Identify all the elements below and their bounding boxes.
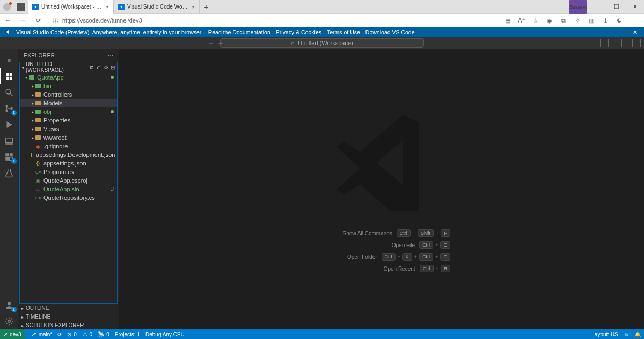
tree-node-label: appsettings.json <box>43 160 86 167</box>
file-node[interactable]: appsettings.Development.json <box>20 150 117 159</box>
refresh-explorer-icon[interactable]: ⟳ <box>104 64 108 70</box>
close-window-button[interactable]: ✕ <box>626 0 644 14</box>
sync-indicator[interactable]: ⟳ <box>57 331 62 337</box>
toggle-right-panel-icon[interactable] <box>621 39 630 47</box>
source-control-activity-icon[interactable]: 1 <box>0 100 18 117</box>
tree-node-label: bin <box>43 83 52 89</box>
explorer-more-icon[interactable]: ⋯ <box>108 53 114 59</box>
file-node[interactable]: QuoteApp.slnU <box>20 185 117 193</box>
apps-icon[interactable]: ▥ <box>587 17 596 24</box>
file-node[interactable]: QuoteRepository.cs <box>20 193 117 202</box>
more-icon[interactable]: ⋯ <box>629 17 638 24</box>
browser-tab-1[interactable]: Untitled (Workspace) - Visual St… × <box>28 0 114 14</box>
key-badge: Ctrl <box>420 265 434 272</box>
text-size-icon[interactable]: A⁺ <box>517 17 526 24</box>
debug-target[interactable]: Debug Any CPU <box>145 331 185 337</box>
run-debug-activity-icon[interactable] <box>0 117 18 133</box>
favorite-icon[interactable]: ☆ <box>531 17 540 24</box>
nav-forward-icon[interactable]: → <box>217 40 223 46</box>
file-node[interactable]: Program.cs <box>20 168 117 176</box>
folder-node[interactable]: ▸Controllers <box>20 90 117 99</box>
sln-icon <box>35 186 41 192</box>
toggle-bottom-panel-icon[interactable] <box>611 39 619 47</box>
folder-node[interactable]: ▸Properties <box>20 116 117 125</box>
folder-node[interactable]: ▸obj <box>20 107 117 116</box>
accounts-icon[interactable]: 1 <box>0 297 18 313</box>
profile-icon[interactable]: ☯ <box>615 17 624 24</box>
svg-line-1 <box>10 93 13 96</box>
tree-node-label: Program.cs <box>43 169 74 175</box>
reader-icon[interactable]: ▤ <box>503 17 512 24</box>
menu-icon[interactable]: ≡ <box>0 52 18 68</box>
downloads-icon[interactable]: ⤓ <box>601 17 610 24</box>
folder-node[interactable]: ▸wwwroot <box>20 133 117 142</box>
sync-icon[interactable]: ◉ <box>545 17 554 24</box>
banner-link[interactable]: Privacy & Cookies <box>276 29 321 35</box>
folder-node[interactable]: ▸Models <box>20 99 117 107</box>
minimize-window-button[interactable]: — <box>589 0 608 14</box>
workspace-header[interactable]: UNTITLED (WORKSPACE) 🗎 🗀 ⟳ ⊟ <box>20 62 117 72</box>
site-info-icon[interactable]: ⓘ <box>52 17 59 25</box>
notifications-icon[interactable]: 🔔 <box>634 331 641 337</box>
layout-indicator[interactable]: Layout: US <box>591 331 618 337</box>
file-node[interactable]: QuoteApp.csproj <box>20 176 117 185</box>
close-tab-icon[interactable]: × <box>106 4 109 10</box>
banner-link[interactable]: Read the Documentation <box>208 29 270 35</box>
solution-explorer-panel-header[interactable]: SOLUTION EXPLORER <box>18 321 119 329</box>
tree-node-label: Models <box>43 100 62 106</box>
tree-node-label: obj <box>43 109 52 115</box>
banner-text: Visual Studio Code (Preview). Anywhere, … <box>16 29 203 35</box>
settings-gear-icon[interactable] <box>0 313 18 329</box>
banner-close-icon[interactable]: ✕ <box>631 29 640 35</box>
projects-indicator[interactable]: Projects: 1 <box>115 331 140 337</box>
new-folder-icon[interactable]: 🗀 <box>97 64 102 70</box>
testing-activity-icon[interactable] <box>0 165 18 181</box>
close-tab-icon[interactable]: × <box>192 4 195 10</box>
tree-node-label: QuoteRepository.cs <box>43 194 95 201</box>
customize-layout-icon[interactable] <box>632 39 641 47</box>
remote-indicator[interactable]: ⤢dev3 <box>0 329 25 339</box>
explorer-header: EXPLORER ⋯ <box>18 49 119 62</box>
profile-avatar-icon[interactable] <box>3 3 11 11</box>
refresh-button[interactable]: ⟳ <box>33 17 43 24</box>
key-badge: K <box>402 253 412 261</box>
session-badge[interactable]: Session <box>569 0 587 14</box>
remote-explorer-activity-icon[interactable] <box>0 133 18 149</box>
toggle-left-panel-icon[interactable] <box>600 39 609 47</box>
tree-node-label: Views <box>43 126 59 132</box>
feedback-icon[interactable]: ☺ <box>624 331 629 337</box>
folder-node[interactable]: ▾QuoteApp <box>20 73 117 82</box>
plus-separator: + <box>414 254 417 259</box>
tree-node-label: Properties <box>43 117 70 124</box>
key-badge: Ctrl <box>419 241 433 249</box>
collections-icon[interactable]: ⧉ <box>559 17 568 24</box>
banner-link[interactable]: Download VS Code <box>365 29 415 35</box>
banner-link[interactable]: Terms of Use <box>327 29 360 35</box>
address-bar[interactable]: ⓘ https://vscode.dev/tunnel/dev3 <box>48 17 498 25</box>
explorer-activity-icon[interactable] <box>0 68 18 84</box>
browser-tab-2[interactable]: Visual Studio Code Workspace T… × <box>114 0 200 14</box>
collapse-all-icon[interactable]: ⊟ <box>111 64 115 70</box>
nav-back-icon[interactable]: ← <box>208 40 214 46</box>
extensions-activity-icon[interactable]: 1 <box>0 149 18 165</box>
folder-node[interactable]: ▸bin <box>20 82 117 90</box>
file-node[interactable]: .gitignore <box>20 142 117 150</box>
folder-node[interactable]: ▸Views <box>20 125 117 133</box>
svg-rect-9 <box>5 157 9 161</box>
back-button[interactable]: ← <box>3 17 13 24</box>
app-menu-icon[interactable] <box>17 3 25 11</box>
maximize-window-button[interactable]: ☐ <box>608 0 626 14</box>
search-activity-icon[interactable] <box>0 84 18 100</box>
problems-indicator[interactable]: ⊘0 ⚠0 <box>67 331 92 337</box>
timeline-panel-header[interactable]: TIMELINE <box>18 312 119 321</box>
extensions-browser-icon[interactable]: ✧ <box>573 17 582 24</box>
sidebar-footer: OUTLINE TIMELINE SOLUTION EXPLORER <box>18 304 119 329</box>
outline-panel-header[interactable]: OUTLINE <box>18 304 119 312</box>
twisty-icon: ▸ <box>31 127 35 132</box>
file-node[interactable]: appsettings.json <box>20 159 117 168</box>
branch-indicator[interactable]: ⎇main* <box>30 331 53 337</box>
command-center[interactable]: ⌕ Untitled (Workspace) <box>220 38 424 48</box>
new-file-icon[interactable]: 🗎 <box>89 64 94 70</box>
new-tab-button[interactable]: + <box>200 3 213 11</box>
ports-indicator[interactable]: 📡0 <box>98 331 109 337</box>
